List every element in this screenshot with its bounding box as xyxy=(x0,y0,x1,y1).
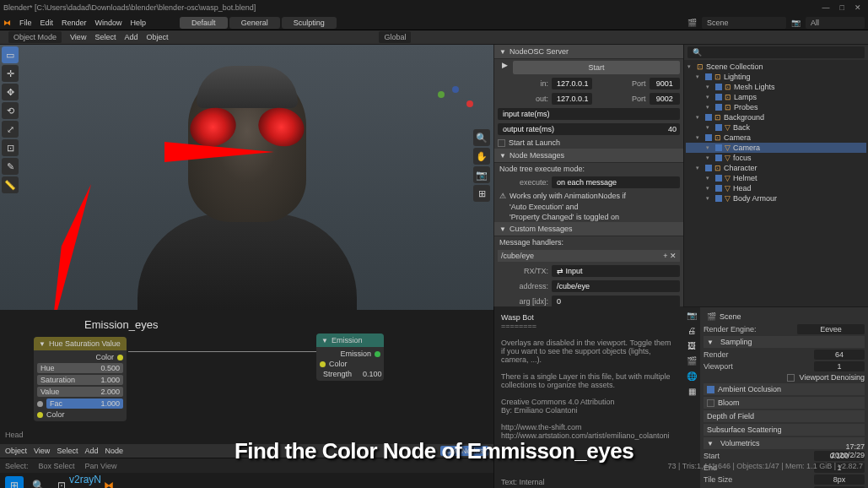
outliner-item[interactable]: ▾▽ Helmet xyxy=(686,173,866,183)
handler-item[interactable]: /cube/eye+ ✕ xyxy=(498,250,680,262)
menu-edit[interactable]: Edit xyxy=(40,19,54,27)
prop-tab-world[interactable]: 🌐 xyxy=(683,368,700,383)
outliner-item[interactable]: ▾▽ Body Armour xyxy=(686,193,866,203)
rxtx-field[interactable]: ⇄ Input xyxy=(552,265,680,277)
out-port-field[interactable]: 9002 xyxy=(650,93,680,105)
maximize-button[interactable]: □ xyxy=(840,3,844,12)
vol-tile[interactable]: 8px xyxy=(814,474,865,485)
execute-mode[interactable]: on each message xyxy=(552,176,680,188)
close-button[interactable]: ✕ xyxy=(855,3,861,12)
camera-view-icon[interactable]: 📷 xyxy=(473,166,490,183)
outliner-item[interactable]: ▾⊡ Character xyxy=(686,163,866,173)
input-socket-fac[interactable] xyxy=(37,401,43,407)
in-ip-field[interactable]: 127.0.0.1 xyxy=(552,78,592,89)
outliner-item[interactable]: ▾⊡ Probes xyxy=(686,102,866,112)
blender-taskbar-icon[interactable]: ⧓ xyxy=(100,476,118,488)
move-view-icon[interactable]: ✋ xyxy=(473,148,490,165)
out-ip-field[interactable]: 127.0.0.1 xyxy=(552,93,592,105)
header-select[interactable]: Select xyxy=(94,33,116,41)
node-header-add[interactable]: Add xyxy=(84,447,98,455)
3d-viewport[interactable]: ▭ ✛ ✥ ⟲ ⤢ ⊡ ✎ 📏 🔍 ✋ xyxy=(0,45,493,458)
menu-render[interactable]: Render xyxy=(62,19,87,27)
outliner-item[interactable]: ▾⊡ Lighting xyxy=(686,72,866,82)
node-emission[interactable]: ▼Emission Emission Color Strength 0.100 xyxy=(316,333,384,381)
start-button[interactable]: ⊞ xyxy=(5,476,24,488)
node-header[interactable]: ▼Emission xyxy=(316,333,384,347)
transform-orientation[interactable]: Global xyxy=(379,31,411,43)
section-sss[interactable]: Subsurface Scattering xyxy=(704,424,865,436)
node-header[interactable]: ▼Hue Saturation Value xyxy=(34,337,127,350)
slider-value[interactable]: Value2.000 xyxy=(37,387,123,397)
outliner-item[interactable]: ▾▽ Back xyxy=(686,122,866,133)
start-button[interactable]: Start xyxy=(513,61,680,74)
slider-fac[interactable]: Fac1.000 xyxy=(46,399,123,409)
workspace-tab-sculpting[interactable]: Sculpting xyxy=(282,17,337,29)
slider-hue[interactable]: Hue0.500 xyxy=(37,363,123,373)
workspace-tab-general[interactable]: General xyxy=(229,17,280,29)
section-ao[interactable]: Ambient Occlusion xyxy=(704,383,865,395)
menu-file[interactable]: File xyxy=(19,19,32,27)
viewport-samples[interactable]: 1 xyxy=(814,361,865,371)
denoising-checkbox[interactable] xyxy=(787,374,795,382)
in-port-field[interactable]: 9001 xyxy=(650,78,680,89)
blender-icon[interactable]: ⧓ xyxy=(3,19,11,27)
output-rate-field[interactable]: output rate(ms)40 xyxy=(498,123,680,135)
prop-tab-scene[interactable]: 🎬 xyxy=(683,353,700,368)
scene-selector[interactable] xyxy=(702,17,786,29)
node-header-select[interactable]: Select xyxy=(57,447,78,455)
slider-saturation[interactable]: Saturation1.000 xyxy=(37,375,123,385)
prop-tab-object[interactable]: ▦ xyxy=(683,383,700,399)
panel-header-server[interactable]: ▼NodeOSC Server xyxy=(494,45,683,59)
section-dof[interactable]: Depth of Field xyxy=(704,410,865,422)
outliner-item[interactable]: ▾▽ focus xyxy=(686,153,866,163)
section-bloom[interactable]: Bloom xyxy=(704,397,865,409)
outliner-item[interactable]: ▾⊡ Camera xyxy=(686,133,866,143)
menu-window[interactable]: Window xyxy=(95,19,122,27)
output-socket-color[interactable] xyxy=(117,355,123,361)
v2rayn-icon[interactable]: v2rayN - xyxy=(76,476,94,488)
node-editor[interactable]: Emission_eyes ▼Hue Saturation Value Colo… xyxy=(0,310,493,458)
window-title: Blender* [C:\Users\dadad\Downloads\blend… xyxy=(3,3,256,12)
node-header-view[interactable]: View xyxy=(34,447,50,455)
minimize-button[interactable]: — xyxy=(822,3,830,12)
node-link[interactable] xyxy=(128,351,316,352)
zoom-icon[interactable]: 🔍 xyxy=(473,129,490,146)
input-socket-color[interactable] xyxy=(320,361,326,367)
start-launch-checkbox[interactable] xyxy=(498,139,505,147)
system-clock[interactable]: 17:27 2020/2/29 xyxy=(831,442,865,459)
input-socket-color[interactable] xyxy=(37,412,43,418)
render-samples[interactable]: 64 xyxy=(814,350,865,360)
outliner-item[interactable]: ▾▽ Camera xyxy=(686,143,866,153)
panel-header-custom[interactable]: ▼Custom Messages xyxy=(494,222,683,236)
outliner-item[interactable]: ▾⊡ Mesh Lights xyxy=(686,82,866,92)
outliner-search[interactable] xyxy=(687,46,865,58)
nav-gizmo[interactable] xyxy=(434,83,477,125)
input-rate-field[interactable]: input rate(ms) xyxy=(498,108,680,120)
outliner-item[interactable]: ▾▽ Head xyxy=(686,183,866,193)
prop-tab-view[interactable]: 🖼 xyxy=(683,338,700,353)
panel-header-nodemsg[interactable]: ▼Node Messages xyxy=(494,149,683,163)
render-engine-select[interactable]: Eevee xyxy=(797,324,865,334)
viewlayer-selector[interactable] xyxy=(806,17,865,29)
prop-tab-output[interactable]: 🖨 xyxy=(683,323,700,338)
header-add[interactable]: Add xyxy=(124,33,137,41)
header-view[interactable]: View xyxy=(70,33,86,41)
workspace-tab-default[interactable]: Default xyxy=(180,17,228,29)
output-socket-emission[interactable] xyxy=(375,351,380,357)
outliner-item[interactable]: ▾⊡ Background xyxy=(686,112,866,122)
address-field[interactable]: /cube/eye xyxy=(552,280,680,292)
header-object[interactable]: Object xyxy=(146,33,168,41)
taskview-icon[interactable]: ⊡ xyxy=(52,476,71,488)
section-sampling[interactable]: ▼Sampling xyxy=(704,336,865,348)
perspective-icon[interactable]: ⊞ xyxy=(473,185,490,202)
arg-field[interactable]: 0 xyxy=(552,296,680,306)
search-icon[interactable]: 🔍 xyxy=(29,476,47,488)
menu-help[interactable]: Help xyxy=(131,19,147,27)
node-hue-saturation[interactable]: ▼Hue Saturation Value Color Hue0.500 Sat… xyxy=(34,337,127,421)
play-icon[interactable]: ▶ xyxy=(498,61,511,74)
outliner-item[interactable]: ▾⊡ Lamps xyxy=(686,92,866,102)
prop-tab-render[interactable]: 📷 xyxy=(683,307,700,323)
node-header-node[interactable]: Node xyxy=(105,447,123,455)
node-header-object[interactable]: Object xyxy=(5,447,27,455)
mode-selector[interactable]: Object Mode xyxy=(8,31,62,43)
